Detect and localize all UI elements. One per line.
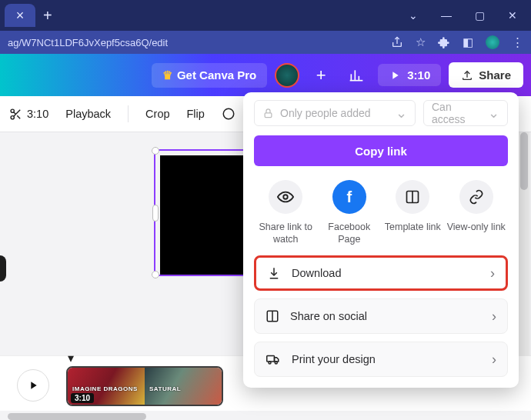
download-icon <box>267 266 281 280</box>
get-pro-button[interactable]: ♛ Get Canva Pro <box>152 63 267 88</box>
extensions-puzzle-icon[interactable] <box>438 36 450 48</box>
get-pro-label: Get Canva Pro <box>177 68 256 82</box>
svg-point-11 <box>269 362 271 364</box>
share-facebook[interactable]: f Facebook Page <box>319 180 380 245</box>
scissors-icon <box>9 108 22 121</box>
vertical-scrollbar[interactable] <box>519 132 529 355</box>
svg-rect-6 <box>265 112 272 117</box>
trim-tool[interactable]: 3:10 <box>9 108 48 121</box>
timeline-playhead-icon[interactable]: ▾ <box>68 351 74 365</box>
timeline-clips[interactable]: IMAGINE DRAGONS 3:10 SATURAL <box>66 366 223 406</box>
panel-icon[interactable]: ◧ <box>463 35 473 49</box>
browser-menu-icon[interactable]: ⋮ <box>512 35 523 49</box>
horizontal-scrollbar[interactable] <box>0 411 531 420</box>
timeline-play-button[interactable] <box>17 369 49 402</box>
clip-duration: 3:10 <box>71 393 94 403</box>
scroll-thumb[interactable] <box>520 132 528 190</box>
share-template-label: Template link <box>385 222 441 234</box>
browser-tab[interactable]: × <box>5 4 35 27</box>
share-watch-label: Share link to watch <box>255 222 316 245</box>
share-social-option[interactable]: Share on social › <box>254 298 508 334</box>
copy-link-label: Copy link <box>355 145 407 158</box>
flip-tool[interactable]: Flip <box>187 108 205 120</box>
crop-tool[interactable]: Crop <box>145 108 169 120</box>
svg-rect-10 <box>267 356 275 362</box>
present-time: 3:10 <box>407 68 430 82</box>
upload-icon <box>461 69 473 82</box>
share-template-link[interactable]: Template link <box>382 180 443 245</box>
play-icon <box>389 69 401 82</box>
share-watch-link[interactable]: Share link to watch <box>255 180 316 245</box>
window-maximize-icon[interactable]: ▢ <box>475 9 485 22</box>
timeline-clip[interactable]: IMAGINE DRAGONS 3:10 <box>68 368 145 405</box>
chevron-right-icon: › <box>490 265 495 282</box>
new-tab-button[interactable]: + <box>43 7 52 25</box>
share-button[interactable]: Share <box>449 62 523 88</box>
chevron-right-icon: › <box>492 308 496 325</box>
address-url[interactable]: ag/W7NCt1LDF6JvXepf5csa6Q/edit <box>8 37 168 48</box>
print-option[interactable]: Print your design › <box>254 342 508 377</box>
access-people-label: Only people added <box>280 107 371 119</box>
svg-point-12 <box>275 362 277 364</box>
chevron-down-icon: ⌄ <box>488 105 499 122</box>
access-people-select[interactable]: Only people added ⌄ <box>254 100 416 126</box>
share-facebook-label: Facebook Page <box>319 222 380 245</box>
share-panel: Only people added ⌄ Can access ⌄ Copy li… <box>243 92 519 388</box>
svg-point-0 <box>11 109 14 112</box>
share-viewonly-link[interactable]: View-only link <box>446 180 507 245</box>
eye-icon <box>269 180 302 214</box>
link-icon <box>459 180 493 214</box>
avatar[interactable] <box>275 63 299 88</box>
chevron-down-icon: ⌄ <box>396 105 407 122</box>
share-label: Share <box>479 68 511 82</box>
print-label: Print your design <box>292 353 376 365</box>
window-minimize-icon[interactable]: — <box>441 9 452 22</box>
svg-point-1 <box>11 115 14 118</box>
download-option[interactable]: Download › <box>254 255 508 291</box>
resize-handle-tl[interactable] <box>152 147 159 155</box>
analytics-icon[interactable] <box>342 62 370 89</box>
window-close-icon[interactable]: ✕ <box>508 9 517 22</box>
crown-icon: ♛ <box>162 68 172 82</box>
template-icon <box>396 180 429 214</box>
download-label: Download <box>292 267 342 279</box>
lock-icon <box>262 108 274 119</box>
chevron-down-icon[interactable]: ⌄ <box>409 9 418 22</box>
chevron-right-icon: › <box>492 352 496 368</box>
share-social-label: Share on social <box>290 310 367 322</box>
side-panel-toggle[interactable] <box>0 255 6 282</box>
timeline-clip[interactable]: SATURAL <box>145 368 222 405</box>
print-truck-icon <box>266 352 281 366</box>
scroll-thumb[interactable] <box>8 413 146 420</box>
add-button[interactable]: + <box>307 62 335 89</box>
trim-time: 3:10 <box>27 108 48 120</box>
resize-handle-bl[interactable] <box>152 271 159 278</box>
clip-title: IMAGINE DRAGONS <box>72 385 138 392</box>
facebook-icon: f <box>332 180 366 214</box>
access-perm-label: Can access <box>432 101 488 125</box>
svg-point-7 <box>284 195 289 199</box>
resize-handle-left[interactable] <box>152 205 159 222</box>
access-perm-select[interactable]: Can access ⌄ <box>423 100 508 126</box>
social-icon <box>266 309 279 323</box>
copy-link-button[interactable]: Copy link <box>254 135 508 166</box>
more-tool[interactable] <box>222 107 235 121</box>
extension-badge-icon[interactable] <box>486 35 499 49</box>
svg-point-2 <box>223 108 234 119</box>
share-url-icon[interactable] <box>391 36 403 48</box>
clip-title: SATURAL <box>149 385 181 392</box>
bookmark-star-icon[interactable]: ☆ <box>416 35 426 49</box>
present-button[interactable]: 3:10 <box>378 64 441 86</box>
share-viewonly-label: View-only link <box>447 222 506 234</box>
playback-tool[interactable]: Playback <box>65 108 111 120</box>
